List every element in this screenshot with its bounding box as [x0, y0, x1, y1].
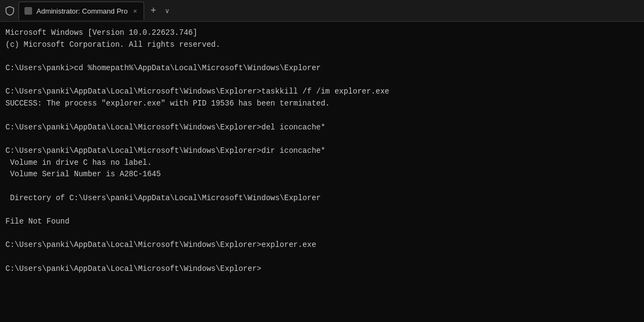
terminal-output: Microsoft Windows [Version 10.0.22623.74…	[0, 22, 644, 322]
terminal-line	[5, 133, 639, 145]
terminal-line: Directory of C:\Users\panki\AppData\Loca…	[5, 193, 639, 205]
tabs-dropdown-button[interactable]: ∨	[163, 7, 172, 15]
terminal-line	[5, 251, 639, 263]
terminal-line: C:\Users\panki>cd %homepath%\AppData\Loc…	[5, 63, 639, 75]
terminal-line: (c) Microsoft Corporation. All rights re…	[5, 39, 639, 51]
active-tab[interactable]: Administrator: Command Pro ✕	[18, 2, 144, 20]
terminal-line: Microsoft Windows [Version 10.0.22623.74…	[5, 27, 639, 39]
terminal-line: Volume in drive C has no label.	[5, 157, 639, 169]
tab-cmd-icon	[24, 7, 32, 15]
terminal-line: File Not Found	[5, 216, 639, 228]
terminal-line: C:\Users\panki\AppData\Local\Microsoft\W…	[5, 263, 639, 275]
terminal-line: Volume Serial Number is A28C-1645	[5, 169, 639, 181]
terminal-line	[5, 51, 639, 63]
tab-close-button[interactable]: ✕	[132, 7, 138, 15]
terminal-line: C:\Users\panki\AppData\Local\Microsoft\W…	[5, 239, 639, 251]
tab-title-label: Administrator: Command Pro	[36, 7, 128, 15]
title-bar-left: Administrator: Command Pro ✕ + ∨	[4, 2, 172, 20]
terminal-line	[5, 75, 639, 86]
terminal-line	[5, 110, 639, 122]
title-bar: Administrator: Command Pro ✕ + ∨	[0, 0, 644, 22]
terminal-line: C:\Users\panki\AppData\Local\Microsoft\W…	[5, 86, 639, 98]
terminal-line	[5, 181, 639, 193]
terminal-line	[5, 228, 639, 240]
terminal-line	[5, 204, 639, 216]
shield-icon	[4, 5, 15, 16]
terminal-line: C:\Users\panki\AppData\Local\Microsoft\W…	[5, 145, 639, 157]
new-tab-button[interactable]: +	[147, 5, 160, 16]
terminal-line: SUCCESS: The process "explorer.exe" with…	[5, 98, 639, 110]
terminal-line: C:\Users\panki\AppData\Local\Microsoft\W…	[5, 122, 639, 134]
